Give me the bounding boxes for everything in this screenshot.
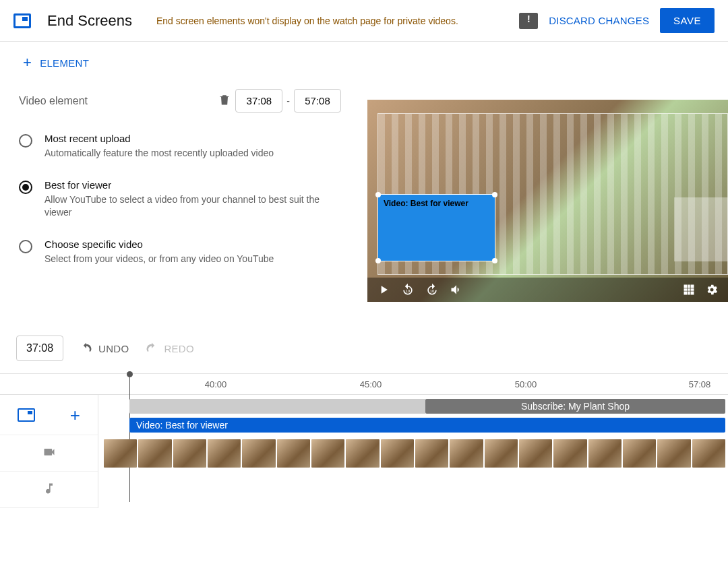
discard-button[interactable]: DISCARD CHANGES [549,15,649,26]
ruler-tick: 45:00 [360,379,382,389]
resize-handle[interactable] [375,258,381,263]
radio-title: Best for viewer [44,179,345,191]
timeline-position[interactable]: 37:08 [16,336,63,361]
radio-desc: Allow YouTube to select a video from you… [44,193,345,220]
forward-10-icon[interactable]: 10 [425,283,439,296]
subscribe-clip-lead[interactable] [129,399,425,414]
radio-desc: Select from your videos, or from any vid… [44,253,274,266]
play-icon[interactable] [377,283,390,296]
radio-icon [19,181,32,194]
radio-title: Choose specific video [44,239,274,250]
redo-label: REDO [164,343,194,354]
radio-choose-specific[interactable]: Choose specific video Select from your v… [19,239,345,266]
thumbnail-strip [104,439,725,468]
track-content[interactable]: Subscribe: My Plant Shop Video: Best for… [98,395,728,508]
radio-best-for-viewer[interactable]: Best for viewer Allow YouTube to select … [19,179,345,220]
endscreen-icon [13,13,31,28]
radio-desc: Automatically feature the most recently … [44,147,274,160]
ruler-tick: 40:00 [205,379,227,389]
video-card[interactable]: Video: Best for viewer [377,194,495,261]
subscribe-card[interactable] [674,197,728,261]
video-clip-label: Video: Best for viewer [136,420,228,431]
add-element-button[interactable]: + ELEMENT [23,55,345,70]
ruler-tick: 57:08 [689,379,711,389]
undo-button[interactable]: UNDO [80,342,129,355]
time-dash: - [286,96,290,106]
rewind-10-icon[interactable]: 10 [401,283,415,296]
grid-icon[interactable] [682,283,696,296]
subscribe-clip[interactable]: Subscribe: My Plant Shop [425,399,725,414]
svg-text:10: 10 [406,289,411,293]
undo-label: UNDO [98,343,129,354]
track-endscreen-controls: + [0,395,98,435]
radio-icon [19,240,32,253]
radio-icon [19,134,32,148]
private-warning: End screen elements won't display on the… [156,15,508,26]
page-title: End Screens [47,12,132,30]
radio-title: Most recent upload [44,133,274,144]
video-clip[interactable]: Video: Best for viewer [129,418,725,433]
video-preview[interactable]: Video: Best for viewer 10 10 [367,100,728,302]
endscreen-track-icon[interactable] [18,408,35,422]
video-track-icon[interactable] [42,445,56,461]
video-card-label: Video: Best for viewer [384,199,468,208]
plus-icon: + [23,55,32,70]
subscribe-clip-label: Subscribe: My Plant Shop [521,401,630,412]
resize-handle[interactable] [375,192,381,197]
add-element-label: ELEMENT [40,57,89,69]
timeline-ruler[interactable]: 40:00 45:00 50:00 57:08 [0,373,728,395]
svg-text:10: 10 [430,289,435,293]
start-time-input[interactable] [235,89,282,113]
trash-icon[interactable] [218,93,231,108]
resize-handle[interactable] [492,258,497,263]
save-button[interactable]: SAVE [660,8,715,33]
settings-icon[interactable] [705,283,719,296]
redo-button: REDO [145,342,194,355]
resize-handle[interactable] [492,192,497,197]
add-track-icon[interactable]: + [70,406,80,424]
end-time-input[interactable] [294,89,341,113]
ruler-tick: 50:00 [515,379,537,389]
video-element-label: Video element [19,95,218,107]
audio-track-icon[interactable] [42,482,56,497]
volume-icon[interactable] [450,283,463,296]
feedback-icon[interactable] [519,13,538,29]
radio-most-recent[interactable]: Most recent upload Automatically feature… [19,133,345,160]
